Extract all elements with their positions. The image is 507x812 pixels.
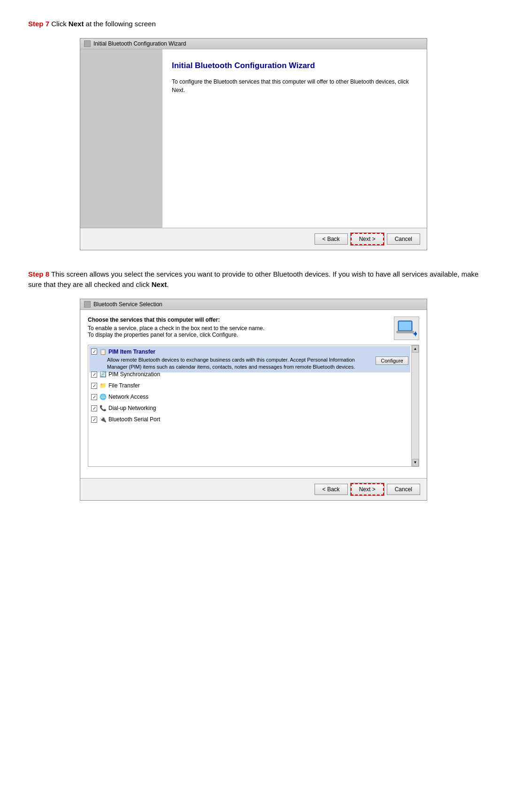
step7-label: Step 7 xyxy=(28,20,49,28)
service-serial-port-name: Bluetooth Serial Port xyxy=(108,416,160,423)
step8-text: Step 8 This screen allows you select the… xyxy=(28,269,479,290)
bluetooth-laptop-icon: ✦ xyxy=(394,317,419,340)
dialog2-header-text: Choose the services that this computer w… xyxy=(88,317,389,338)
dialog2-button-bar: < Back Next > Cancel xyxy=(80,478,427,500)
service-pim-transfer-name: PIM Item Transfer xyxy=(108,348,155,355)
dialog1-button-bar: < Back Next > Cancel xyxy=(80,228,427,250)
service-item-network-access: ✓ 🌐 Network Access xyxy=(91,393,408,401)
service-list-inner: ✓ 📋 PIM Item Transfer Allow remote Bluet… xyxy=(91,346,408,424)
service-list-scrollbar[interactable]: ▲ ▼ xyxy=(411,345,419,466)
dialog2-next-button[interactable]: Next > xyxy=(351,483,384,495)
dialog1-description: To configure the Bluetooth services that… xyxy=(172,77,417,94)
dialog2-header: Choose the services that this computer w… xyxy=(88,317,419,340)
dialog2-title: Bluetooth Service Selection xyxy=(93,301,162,308)
network-access-icon: 🌐 xyxy=(99,393,107,401)
dialog2-back-button[interactable]: < Back xyxy=(315,484,348,495)
dialog2-header-line2: To display the properties panel for a se… xyxy=(88,332,389,338)
dialog2-window: Bluetooth Service Selection Choose the s… xyxy=(80,299,427,501)
dialog1-title: Initial Bluetooth Configuration Wizard xyxy=(93,40,186,47)
service-serial-port-checkbox[interactable]: ✓ xyxy=(91,417,97,423)
dialog2-header-bold: Choose the services that this computer w… xyxy=(88,317,389,323)
dialog1-next-button[interactable]: Next > xyxy=(351,233,384,245)
service-dialup-header: ✓ 📞 Dial-up Networking xyxy=(91,404,408,412)
dialog1-window: Initial Bluetooth Configuration Wizard I… xyxy=(80,38,427,250)
pim-transfer-desc-row: Allow remote Bluetooth devices to exchan… xyxy=(107,356,408,371)
svg-rect-2 xyxy=(397,331,414,333)
svg-text:✦: ✦ xyxy=(412,330,417,338)
serial-port-icon: 🔌 xyxy=(99,416,107,423)
service-dialup-checkbox[interactable]: ✓ xyxy=(91,405,97,411)
dialog2-titlebar-icon xyxy=(84,301,91,308)
dialog2-titlebar: Bluetooth Service Selection xyxy=(80,299,427,310)
dialog1-content: Initial Bluetooth Configuration Wizard T… xyxy=(162,49,427,228)
service-pim-sync-header: ✓ 🔄 PIM Synchronization xyxy=(91,371,408,378)
dialog1-titlebar-icon xyxy=(84,40,91,47)
service-item-serial-port: ✓ 🔌 Bluetooth Serial Port xyxy=(91,416,408,423)
svg-rect-1 xyxy=(399,322,411,330)
service-item-pim-sync: ✓ 🔄 PIM Synchronization xyxy=(91,371,408,378)
service-network-access-header: ✓ 🌐 Network Access xyxy=(91,393,408,401)
dialog2-cancel-button[interactable]: Cancel xyxy=(387,484,420,495)
service-network-access-checkbox[interactable]: ✓ xyxy=(91,394,97,400)
scroll-down-button[interactable]: ▼ xyxy=(412,459,419,466)
service-file-transfer-header: ✓ 📁 File Transfer xyxy=(91,382,408,389)
service-network-access-name: Network Access xyxy=(108,394,148,400)
service-file-transfer-name: File Transfer xyxy=(108,382,140,389)
pim-sync-icon: 🔄 xyxy=(99,371,107,378)
service-serial-port-header: ✓ 🔌 Bluetooth Serial Port xyxy=(91,416,408,423)
dialog1-sidebar xyxy=(80,49,162,228)
dialog1-main-title: Initial Bluetooth Configuration Wizard xyxy=(172,61,417,71)
scroll-up-button[interactable]: ▲ xyxy=(412,345,419,353)
service-pim-transfer-header: ✓ 📋 PIM Item Transfer xyxy=(91,348,408,356)
service-dialup-name: Dial-up Networking xyxy=(108,405,156,411)
service-item-file-transfer: ✓ 📁 File Transfer xyxy=(91,382,408,389)
dialog2-body: Choose the services that this computer w… xyxy=(80,310,427,478)
service-pim-sync-checkbox[interactable]: ✓ xyxy=(91,371,97,378)
pim-transfer-icon: 📋 xyxy=(99,348,107,356)
dialog1-cancel-button[interactable]: Cancel xyxy=(387,233,420,245)
dialup-icon: 📞 xyxy=(99,404,107,412)
file-transfer-icon: 📁 xyxy=(99,382,107,389)
dialog1-body: Initial Bluetooth Configuration Wizard T… xyxy=(80,49,427,228)
service-item-pim-transfer: ✓ 📋 PIM Item Transfer Allow remote Bluet… xyxy=(89,346,410,373)
step8-label: Step 8 xyxy=(28,270,49,278)
step7-text: Step 7 Click Next at the following scree… xyxy=(28,19,479,30)
service-item-dialup: ✓ 📞 Dial-up Networking xyxy=(91,404,408,412)
pim-transfer-configure-button[interactable]: Configure xyxy=(376,356,408,365)
dialog1-titlebar: Initial Bluetooth Configuration Wizard xyxy=(80,39,427,49)
service-pim-sync-name: PIM Synchronization xyxy=(108,371,160,378)
service-list: ✓ 📋 PIM Item Transfer Allow remote Bluet… xyxy=(88,345,419,467)
service-pim-transfer-checkbox[interactable]: ✓ xyxy=(91,348,97,355)
pim-transfer-desc: Allow remote Bluetooth devices to exchan… xyxy=(107,356,372,371)
dialog1-back-button[interactable]: < Back xyxy=(315,233,348,245)
service-file-transfer-checkbox[interactable]: ✓ xyxy=(91,383,97,389)
dialog2-header-line1: To enable a service, place a check in th… xyxy=(88,325,389,332)
